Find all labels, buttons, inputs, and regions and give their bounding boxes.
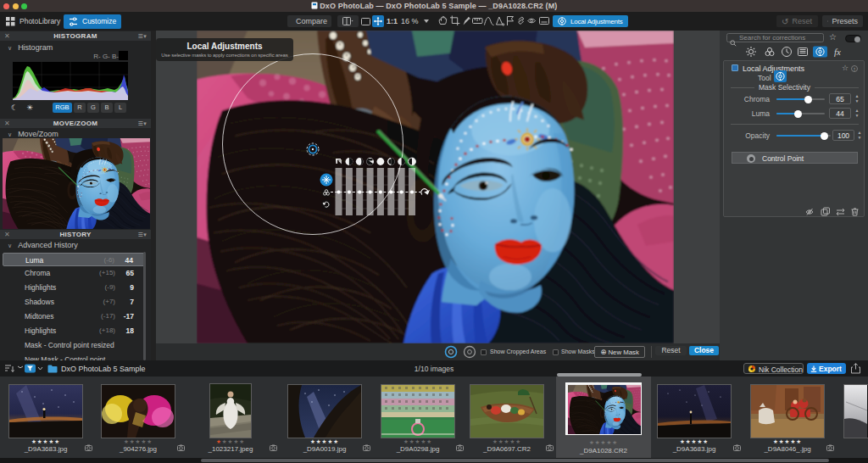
svg-text:fx: fx	[834, 47, 841, 57]
